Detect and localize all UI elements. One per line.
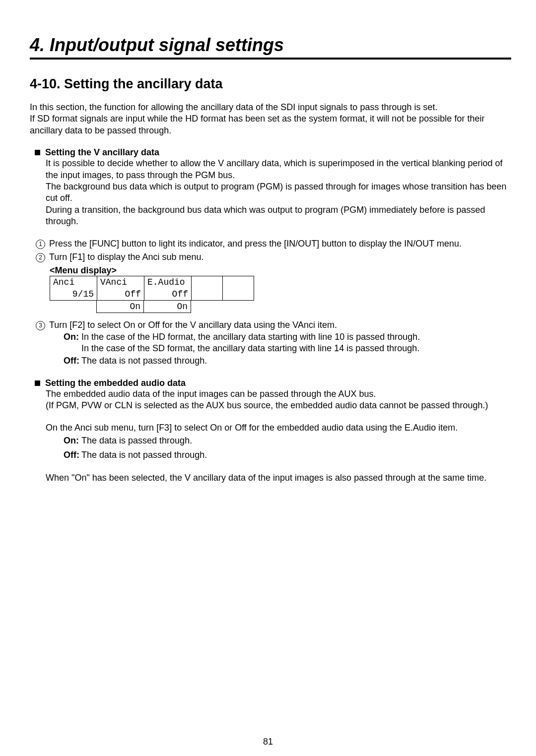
option-on-line2: In the case of the SD format, the ancill… bbox=[81, 343, 419, 353]
menu-cell-empty bbox=[223, 276, 254, 288]
subheading-label: Setting the embedded audio data bbox=[45, 378, 186, 388]
sub2-para: The embedded audio data of the input ima… bbox=[46, 388, 511, 412]
sub2-note: When "On" has been selected, the V ancil… bbox=[46, 472, 511, 484]
menu-cell-empty bbox=[192, 276, 223, 288]
bullet-square-icon bbox=[35, 150, 40, 155]
option-on-text-2: The data is passed through. bbox=[81, 435, 511, 446]
menu-cell: On bbox=[144, 300, 191, 313]
page: 4. Input/output signal settings 4-10. Se… bbox=[0, 0, 536, 756]
menu-display-label: <Menu display> bbox=[50, 265, 511, 276]
step-number-icon: 1 bbox=[36, 240, 45, 249]
option-off-text: The data is not passed through. bbox=[81, 355, 511, 367]
option-on-text: In the case of the HD format, the ancill… bbox=[81, 331, 511, 355]
step-1: 1 Press the [FUNC] button to light its i… bbox=[36, 239, 511, 249]
option-on-label: On: bbox=[64, 435, 81, 446]
menu-display-table: Anci VAnci E.Audio 9/15 Off Off bbox=[50, 276, 254, 301]
subheading-label: Setting the V ancillary data bbox=[45, 147, 159, 158]
section-title: 4-10. Setting the ancillary data bbox=[30, 76, 511, 92]
step-1-text: Press the [FUNC] button to light its ind… bbox=[49, 239, 511, 249]
option-off-label: Off: bbox=[64, 449, 81, 461]
menu-cell-empty bbox=[223, 288, 254, 301]
option-on-line1: In the case of the HD format, the ancill… bbox=[81, 332, 420, 342]
menu-cell: 9/15 bbox=[50, 288, 97, 301]
sub1-para: It is possible to decide whether to allo… bbox=[46, 158, 511, 227]
menu-cell: VAnci bbox=[97, 276, 144, 288]
step-3: 3 Turn [F2] to select On or Off for the … bbox=[36, 320, 511, 330]
option-off-2: Off: The data is not passed through. bbox=[64, 449, 511, 461]
menu-cell: Off bbox=[97, 288, 144, 301]
step-3-text: Turn [F2] to select On or Off for the V … bbox=[49, 320, 511, 330]
menu-cell: Off bbox=[144, 288, 192, 301]
sub2-step: On the Anci sub menu, turn [F3] to selec… bbox=[46, 422, 511, 434]
subheading-v-ancillary: Setting the V ancillary data bbox=[35, 147, 511, 158]
subheading-embedded-audio: Setting the embedded audio data bbox=[35, 378, 511, 388]
menu-cell: E.Audio bbox=[144, 276, 192, 288]
step-number-icon: 3 bbox=[36, 321, 45, 330]
option-on-2: On: The data is passed through. bbox=[64, 435, 511, 446]
menu-display-extra: On On bbox=[50, 300, 191, 313]
step-2-text: Turn [F1] to display the Anci sub menu. bbox=[49, 252, 511, 262]
page-number: 81 bbox=[0, 737, 536, 747]
option-off-text-2: The data is not passed through. bbox=[81, 449, 511, 461]
menu-cell: On bbox=[97, 300, 144, 313]
option-on-label: On: bbox=[64, 331, 81, 355]
step-2: 2 Turn [F1] to display the Anci sub menu… bbox=[36, 252, 511, 262]
intro-paragraph: In this section, the function for allowi… bbox=[30, 102, 511, 136]
menu-cell: Anci bbox=[50, 276, 97, 288]
menu-cell-empty bbox=[192, 288, 223, 301]
chapter-title: 4. Input/output signal settings bbox=[30, 35, 511, 60]
menu-cell-empty bbox=[50, 300, 97, 313]
option-off: Off: The data is not passed through. bbox=[64, 355, 511, 367]
option-on: On: In the case of the HD format, the an… bbox=[64, 331, 511, 355]
step-number-icon: 2 bbox=[36, 253, 45, 262]
option-off-label: Off: bbox=[64, 355, 81, 367]
bullet-square-icon bbox=[35, 380, 40, 386]
